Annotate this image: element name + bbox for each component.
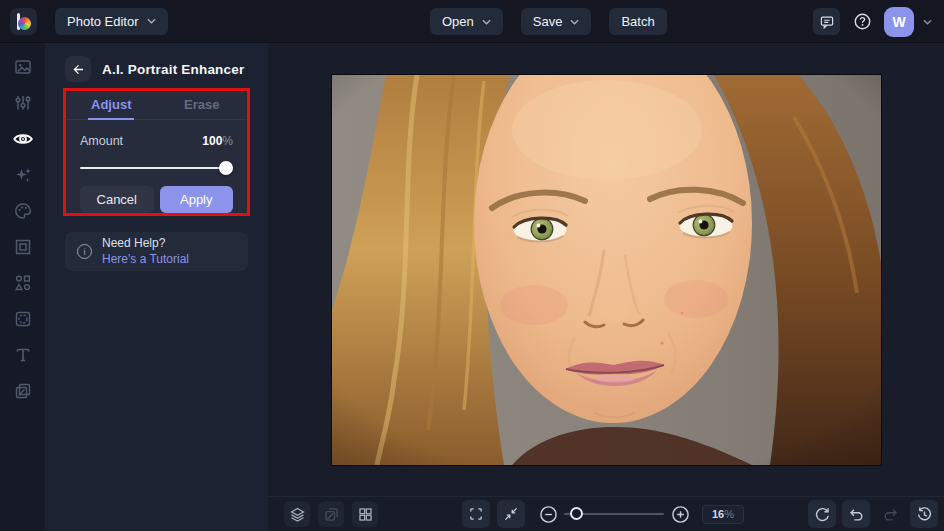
history-group (808, 500, 938, 528)
portrait-image (332, 75, 881, 465)
app-menu-label: Photo Editor (67, 14, 139, 29)
tab-adjust[interactable]: Adjust (66, 91, 157, 119)
bottom-toolbar: 16% (268, 496, 944, 531)
logo-color-wheel-icon (18, 17, 31, 30)
frames-icon[interactable] (12, 237, 34, 257)
panel-header: A.I. Portrait Enhancer (45, 43, 268, 82)
effects-sparkles-icon[interactable] (12, 165, 34, 185)
layers-icon (289, 506, 306, 523)
undo-icon (848, 506, 865, 523)
graphics-shapes-icon[interactable] (12, 273, 34, 293)
chevron-down-icon (482, 19, 491, 25)
action-buttons: Cancel Apply (66, 173, 247, 213)
amount-value: 100% (202, 134, 233, 148)
open-label: Open (442, 14, 474, 29)
zoom-value: 16 (712, 508, 724, 520)
refresh-icon (814, 506, 831, 523)
user-avatar[interactable]: W (884, 7, 914, 37)
photo-canvas[interactable] (332, 75, 881, 465)
layer-tools-group (284, 501, 378, 527)
artsy-palette-icon[interactable] (12, 201, 34, 221)
save-button[interactable]: Save (521, 8, 592, 35)
minus-circle-icon (539, 505, 558, 524)
workspace (268, 43, 944, 496)
compare-button[interactable] (318, 501, 344, 527)
batch-button[interactable]: Batch (609, 8, 666, 35)
red-highlight-annotation: Adjust Erase Amount 100% Cancel Apply (63, 88, 250, 216)
zoom-controls-group: 16% (462, 500, 744, 528)
avatar-initial: W (892, 14, 905, 30)
tutorial-help-card[interactable]: i Need Help? Here's a Tutorial (65, 232, 248, 271)
textures-icon[interactable] (12, 381, 34, 401)
befunky-logo[interactable] (10, 8, 37, 35)
refresh-button[interactable] (808, 500, 836, 528)
grid-icon (357, 506, 374, 523)
grid-view-button[interactable] (352, 501, 378, 527)
amount-slider[interactable] (80, 161, 233, 173)
help-title: Need Help? (102, 236, 189, 252)
fullscreen-icon (468, 506, 484, 522)
layers-button[interactable] (284, 501, 310, 527)
amount-label: Amount (80, 134, 123, 148)
tab-bar: Adjust Erase (66, 91, 247, 120)
chat-bubble-icon (819, 14, 835, 30)
help-button[interactable] (849, 9, 875, 35)
info-icon: i (77, 244, 92, 259)
fit-screen-icon (503, 506, 519, 522)
fullscreen-button[interactable] (462, 500, 490, 528)
amount-row: Amount 100% (66, 120, 247, 148)
panel-title: A.I. Portrait Enhancer (102, 62, 244, 77)
account-chevron-icon[interactable] (923, 19, 932, 25)
chevron-down-icon (147, 18, 156, 24)
plus-circle-icon (671, 505, 690, 524)
compare-icon (323, 506, 340, 523)
undo-button[interactable] (842, 500, 870, 528)
app-menu-button[interactable]: Photo Editor (55, 8, 168, 35)
tool-panel: A.I. Portrait Enhancer Adjust Erase Amou… (45, 43, 268, 531)
zoom-slider[interactable] (564, 507, 664, 521)
text-tool-icon[interactable] (12, 345, 34, 365)
adjust-card: Adjust Erase Amount 100% Cancel Apply (66, 91, 247, 213)
arrow-left-icon (71, 62, 86, 77)
top-bar: Photo Editor Open Save Batch (0, 0, 944, 43)
file-actions-group: Open Save Batch (430, 8, 667, 35)
open-button[interactable]: Open (430, 8, 503, 35)
tab-erase[interactable]: Erase (157, 91, 248, 119)
tutorial-link[interactable]: Here's a Tutorial (102, 252, 189, 268)
tool-rail (0, 43, 45, 531)
fit-to-screen-button[interactable] (497, 500, 525, 528)
photo-manager-icon[interactable] (12, 57, 34, 77)
zoom-out-button[interactable] (536, 502, 560, 526)
zoom-unit: % (724, 508, 734, 520)
touch-up-icon[interactable] (12, 129, 34, 149)
amount-unit: % (222, 134, 233, 148)
feedback-button[interactable] (813, 8, 840, 35)
chevron-down-icon (570, 19, 579, 25)
amount-slider-handle[interactable] (219, 161, 233, 175)
back-button[interactable] (65, 56, 91, 82)
apply-button[interactable]: Apply (160, 186, 234, 213)
zoom-in-button[interactable] (668, 502, 692, 526)
cancel-button[interactable]: Cancel (80, 186, 154, 213)
adjustments-icon[interactable] (12, 93, 34, 113)
save-label: Save (533, 14, 563, 29)
question-circle-icon (853, 12, 872, 31)
account-group: W (813, 0, 932, 43)
history-clock-icon (916, 506, 933, 523)
zoom-slider-handle[interactable] (570, 507, 583, 520)
amount-slider-track (80, 167, 233, 169)
overlays-icon[interactable] (12, 309, 34, 329)
batch-label: Batch (621, 14, 654, 29)
redo-button[interactable] (876, 500, 904, 528)
zoom-level-indicator[interactable]: 16% (702, 505, 744, 524)
history-button[interactable] (910, 500, 938, 528)
redo-icon (882, 506, 899, 523)
